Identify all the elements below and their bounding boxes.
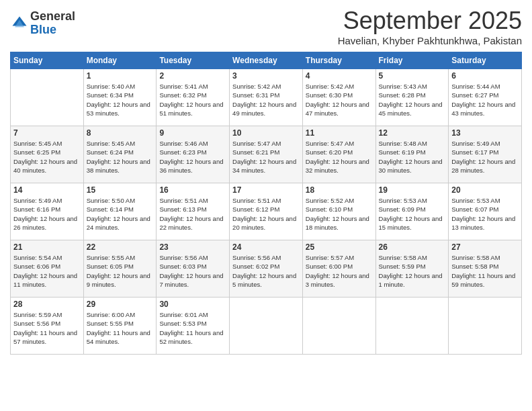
day-number: 12 (379, 128, 446, 138)
calendar-cell: 21Sunrise: 5:54 AMSunset: 6:06 PMDayligh… (11, 240, 84, 298)
cell-content: Sunrise: 5:45 AMSunset: 6:25 PMDaylight:… (13, 139, 81, 175)
calendar-cell (449, 298, 522, 355)
calendar-cell: 5Sunrise: 5:43 AMSunset: 6:28 PMDaylight… (375, 69, 449, 126)
logo: General Blue (10, 10, 75, 37)
logo-text: General Blue (30, 10, 75, 37)
day-number: 4 (306, 71, 373, 81)
cell-content: Sunrise: 5:49 AMSunset: 6:16 PMDaylight:… (13, 196, 81, 232)
day-number: 14 (13, 185, 81, 195)
calendar-cell: 8Sunrise: 5:45 AMSunset: 6:24 PMDaylight… (83, 126, 157, 183)
calendar-week-4: 21Sunrise: 5:54 AMSunset: 6:06 PMDayligh… (11, 240, 522, 298)
calendar-cell: 25Sunrise: 5:57 AMSunset: 6:00 PMDayligh… (302, 240, 375, 298)
calendar-cell: 9Sunrise: 5:46 AMSunset: 6:23 PMDaylight… (157, 126, 230, 183)
day-number: 10 (232, 128, 300, 138)
cell-content: Sunrise: 5:54 AMSunset: 6:06 PMDaylight:… (13, 253, 81, 289)
day-number: 16 (159, 185, 226, 195)
day-number: 24 (232, 242, 300, 252)
day-number: 20 (451, 185, 519, 195)
calendar-cell: 30Sunrise: 6:01 AMSunset: 5:53 PMDayligh… (157, 298, 230, 355)
day-number: 28 (13, 300, 81, 309)
cell-content: Sunrise: 5:45 AMSunset: 6:24 PMDaylight:… (87, 139, 154, 175)
calendar-cell: 17Sunrise: 5:51 AMSunset: 6:12 PMDayligh… (230, 183, 303, 240)
month-title: September 2025 (338, 7, 522, 35)
cell-content: Sunrise: 5:43 AMSunset: 6:28 PMDaylight:… (379, 82, 446, 118)
cell-content: Sunrise: 5:51 AMSunset: 6:12 PMDaylight:… (232, 196, 300, 232)
calendar-table: SundayMondayTuesdayWednesdayThursdayFrid… (10, 52, 522, 355)
cell-content: Sunrise: 5:53 AMSunset: 6:09 PMDaylight:… (379, 196, 446, 232)
cell-content: Sunrise: 6:01 AMSunset: 5:53 PMDaylight:… (159, 310, 226, 346)
calendar-cell (230, 298, 303, 355)
cell-content: Sunrise: 5:57 AMSunset: 6:00 PMDaylight:… (306, 253, 373, 289)
calendar-cell (11, 69, 84, 126)
day-number: 15 (87, 185, 154, 195)
day-number: 13 (451, 128, 519, 138)
cell-content: Sunrise: 5:56 AMSunset: 6:02 PMDaylight:… (232, 253, 300, 289)
calendar-cell: 3Sunrise: 5:42 AMSunset: 6:31 PMDaylight… (230, 69, 303, 126)
cell-content: Sunrise: 5:41 AMSunset: 6:32 PMDaylight:… (159, 82, 226, 118)
calendar-cell: 1Sunrise: 5:40 AMSunset: 6:34 PMDaylight… (83, 69, 157, 126)
calendar-cell: 29Sunrise: 6:00 AMSunset: 5:55 PMDayligh… (83, 298, 157, 355)
calendar-cell: 4Sunrise: 5:42 AMSunset: 6:30 PMDaylight… (302, 69, 375, 126)
calendar-cell: 22Sunrise: 5:55 AMSunset: 6:05 PMDayligh… (83, 240, 157, 298)
day-number: 22 (87, 242, 154, 252)
logo-blue: Blue (30, 24, 75, 37)
day-number: 5 (379, 71, 446, 81)
header-friday: Friday (375, 52, 449, 69)
day-number: 30 (159, 300, 226, 309)
logo-icon (10, 14, 29, 33)
calendar-cell: 16Sunrise: 5:51 AMSunset: 6:13 PMDayligh… (157, 183, 230, 240)
day-number: 3 (232, 71, 300, 81)
day-number: 26 (379, 242, 446, 252)
calendar-week-3: 14Sunrise: 5:49 AMSunset: 6:16 PMDayligh… (11, 183, 522, 240)
day-number: 7 (13, 128, 81, 138)
calendar-cell: 12Sunrise: 5:48 AMSunset: 6:19 PMDayligh… (375, 126, 449, 183)
day-number: 2 (159, 71, 226, 81)
day-number: 6 (451, 71, 519, 81)
day-number: 29 (87, 300, 154, 309)
day-number: 11 (306, 128, 373, 138)
cell-content: Sunrise: 5:52 AMSunset: 6:10 PMDaylight:… (306, 196, 373, 232)
day-number: 21 (13, 242, 81, 252)
day-number: 17 (232, 185, 300, 195)
header-thursday: Thursday (302, 52, 375, 69)
day-number: 19 (379, 185, 446, 195)
cell-content: Sunrise: 5:47 AMSunset: 6:21 PMDaylight:… (232, 139, 300, 175)
calendar-week-1: 1Sunrise: 5:40 AMSunset: 6:34 PMDaylight… (11, 69, 522, 126)
header-monday: Monday (83, 52, 157, 69)
cell-content: Sunrise: 5:42 AMSunset: 6:30 PMDaylight:… (306, 82, 373, 118)
cell-content: Sunrise: 5:58 AMSunset: 5:59 PMDaylight:… (379, 253, 446, 289)
cell-content: Sunrise: 5:53 AMSunset: 6:07 PMDaylight:… (451, 196, 519, 232)
cell-content: Sunrise: 5:50 AMSunset: 6:14 PMDaylight:… (87, 196, 154, 232)
day-number: 25 (306, 242, 373, 252)
calendar-cell: 24Sunrise: 5:56 AMSunset: 6:02 PMDayligh… (230, 240, 303, 298)
day-number: 9 (159, 128, 226, 138)
cell-content: Sunrise: 5:42 AMSunset: 6:31 PMDaylight:… (232, 82, 300, 118)
calendar-cell: 7Sunrise: 5:45 AMSunset: 6:25 PMDaylight… (11, 126, 84, 183)
day-number: 8 (87, 128, 154, 138)
cell-content: Sunrise: 5:44 AMSunset: 6:27 PMDaylight:… (451, 82, 519, 118)
calendar-cell: 19Sunrise: 5:53 AMSunset: 6:09 PMDayligh… (375, 183, 449, 240)
calendar-cell: 15Sunrise: 5:50 AMSunset: 6:14 PMDayligh… (83, 183, 157, 240)
cell-content: Sunrise: 5:40 AMSunset: 6:34 PMDaylight:… (87, 82, 154, 118)
location: Havelian, Khyber Pakhtunkhwa, Pakistan (338, 35, 522, 46)
cell-content: Sunrise: 5:55 AMSunset: 6:05 PMDaylight:… (87, 253, 154, 289)
cell-content: Sunrise: 5:49 AMSunset: 6:17 PMDaylight:… (451, 139, 519, 175)
calendar-cell (375, 298, 449, 355)
cell-content: Sunrise: 6:00 AMSunset: 5:55 PMDaylight:… (87, 310, 154, 346)
cell-content: Sunrise: 5:48 AMSunset: 6:19 PMDaylight:… (379, 139, 446, 175)
day-number: 1 (87, 71, 154, 81)
cell-content: Sunrise: 5:59 AMSunset: 5:56 PMDaylight:… (13, 310, 81, 346)
calendar-cell: 13Sunrise: 5:49 AMSunset: 6:17 PMDayligh… (449, 126, 522, 183)
calendar-header-row: SundayMondayTuesdayWednesdayThursdayFrid… (11, 52, 522, 69)
page-header: General Blue September 2025 Havelian, Kh… (10, 7, 522, 46)
header-saturday: Saturday (449, 52, 522, 69)
cell-content: Sunrise: 5:56 AMSunset: 6:03 PMDaylight:… (159, 253, 226, 289)
header-sunday: Sunday (11, 52, 84, 69)
cell-content: Sunrise: 5:47 AMSunset: 6:20 PMDaylight:… (306, 139, 373, 175)
day-number: 23 (159, 242, 226, 252)
logo-general: General (30, 10, 75, 24)
day-number: 18 (306, 185, 373, 195)
calendar-cell: 11Sunrise: 5:47 AMSunset: 6:20 PMDayligh… (302, 126, 375, 183)
calendar-cell: 23Sunrise: 5:56 AMSunset: 6:03 PMDayligh… (157, 240, 230, 298)
calendar-week-2: 7Sunrise: 5:45 AMSunset: 6:25 PMDaylight… (11, 126, 522, 183)
